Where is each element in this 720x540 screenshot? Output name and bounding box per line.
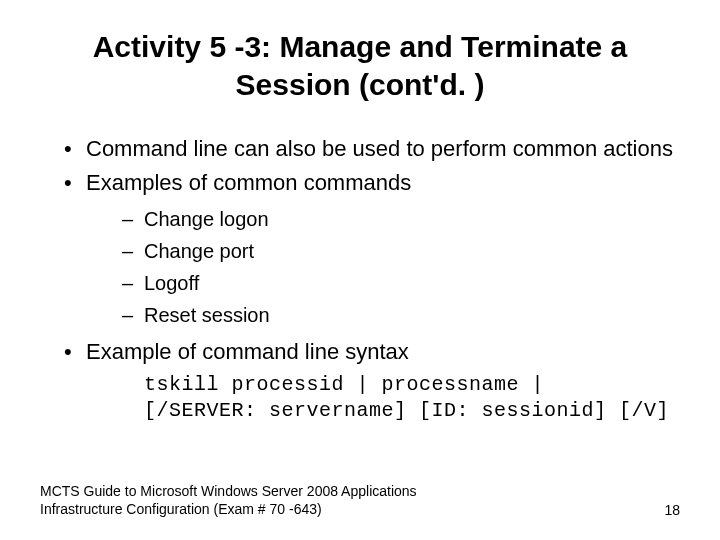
slide-footer: MCTS Guide to Microsoft Windows Server 2… (40, 483, 680, 518)
code-block: tskill processid | processname | [/SERVE… (86, 372, 680, 424)
code-line: tskill processid | processname | (144, 372, 680, 398)
bullet-text: Example of command line syntax (86, 339, 409, 364)
sub-item: Logoff (122, 270, 680, 296)
slide-title: Activity 5 -3: Manage and Terminate a Se… (40, 28, 680, 103)
sub-text: Change logon (144, 208, 269, 230)
bullet-text: Command line can also be used to perform… (86, 136, 673, 161)
sub-item: Reset session (122, 302, 680, 328)
bullet-item: Examples of common commands Change logon… (64, 169, 680, 329)
bullet-text: Examples of common commands (86, 170, 411, 195)
sub-list: Change logon Change port Logoff Reset se… (86, 206, 680, 328)
bullet-item: Example of command line syntax tskill pr… (64, 338, 680, 424)
bullet-list: Command line can also be used to perform… (40, 135, 680, 424)
sub-text: Reset session (144, 304, 270, 326)
code-line: [/SERVER: servername] [ID: sessionid] [/… (144, 398, 680, 424)
sub-item: Change logon (122, 206, 680, 232)
bullet-item: Command line can also be used to perform… (64, 135, 680, 163)
sub-item: Change port (122, 238, 680, 264)
sub-text: Logoff (144, 272, 199, 294)
page-number: 18 (664, 502, 680, 518)
footer-source: MCTS Guide to Microsoft Windows Server 2… (40, 483, 460, 518)
slide: Activity 5 -3: Manage and Terminate a Se… (0, 0, 720, 540)
sub-text: Change port (144, 240, 254, 262)
